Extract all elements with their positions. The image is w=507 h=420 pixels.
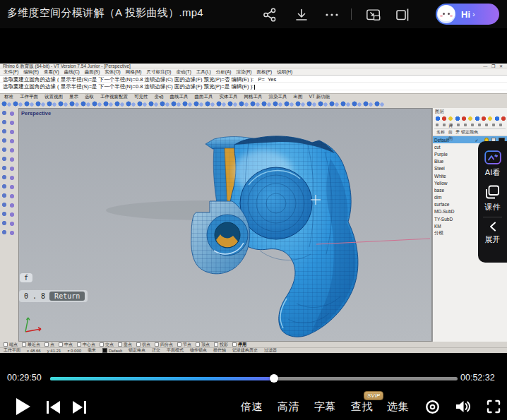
osnap-bar: 端点 最近点 点 中点 (0, 342, 507, 347)
rhino-toolbar-tab: 工作视窗配置 (100, 94, 128, 100)
episodes-button[interactable]: 选集 (387, 400, 409, 414)
expand-button[interactable]: 展开 (485, 235, 501, 244)
layer-name: Blue (434, 159, 470, 164)
rhino-titlebar: Rhino 6 教育版 (64-bit) - VT Version 7.54 J… (0, 64, 507, 69)
rhino-menu-item: 分析(A) (216, 69, 232, 75)
rhino-menu-item: 工具(L) (196, 69, 211, 75)
checkbox-icon (59, 342, 63, 347)
rhino-menubar: 文件(F)编辑(E)查看(V)曲线(C)曲面(S)实体(O)网格(M)尺寸标注(… (0, 69, 507, 75)
more-icon[interactable] (324, 7, 340, 23)
rhino-toolbar-tab: VT 新功能 (309, 94, 330, 100)
download-icon[interactable] (294, 7, 309, 23)
status-item: 操作轴 (213, 347, 226, 354)
layer-name: Purple (434, 152, 470, 157)
quality-button[interactable]: 高清 (278, 400, 299, 414)
rhino-menu-item: 网格(M) (126, 69, 142, 75)
play-button[interactable] (14, 397, 32, 416)
rhino-menu-item: 实体(O) (105, 69, 120, 75)
layer-name: Steel (434, 166, 470, 171)
ai-view-button[interactable]: AI看 (485, 168, 500, 176)
search-button[interactable]: 查找 (351, 400, 373, 414)
layers-panel-title: 图层 (433, 108, 507, 115)
checkbox-icon (4, 342, 8, 347)
rhino-menu-item: 查看(V) (44, 69, 59, 75)
rhino-toolbar-tab: 曲面工具 (195, 94, 213, 100)
layer-color-chip (102, 348, 107, 353)
rhino-toolbar-tab: 实体工具 (220, 94, 238, 100)
keycast-key: f (20, 273, 32, 282)
rhino-toolbar-tab: 变动 (155, 94, 164, 100)
rhino-menu-item: 面板(P) (257, 69, 273, 75)
layers-column-header: 颜色 (470, 129, 478, 136)
previous-button[interactable] (45, 400, 61, 415)
status-item: x 48.66 (27, 349, 41, 353)
settings-icon[interactable] (424, 399, 441, 415)
next-button[interactable] (71, 400, 88, 415)
keycast-sequence: 0 . 8 Return (19, 290, 88, 302)
status-item: 锁定格点 (129, 347, 145, 354)
courseware-icon[interactable] (485, 185, 500, 199)
layers-column-header: 名称 (434, 129, 447, 136)
status-item: 物件锁点 (190, 347, 207, 354)
total-time: 00:52:32 (460, 373, 495, 383)
keycast-digits: 0 . 8 (24, 292, 45, 300)
layer-name: surface (434, 202, 470, 207)
status-item: 过滤器 (264, 347, 277, 354)
share-icon[interactable] (262, 7, 278, 23)
ai-view-icon[interactable] (484, 150, 501, 164)
checkbox-icon (44, 342, 49, 347)
progress-handle[interactable] (270, 374, 278, 383)
rhino-menu-item: 渲染(R) (236, 69, 251, 75)
subtitles-button[interactable]: 字幕 (314, 400, 336, 414)
rhino-window-title: Rhino 6 教育版 (64-bit) - VT Version 7.54 J… (3, 64, 131, 69)
rhino-left-toolbar-icons (0, 109, 17, 239)
viewport-title: Perspective (21, 110, 51, 116)
status-item: 正交 (152, 347, 160, 354)
courseware-button[interactable]: 课件 (485, 203, 501, 211)
rhino-viewport: Perspective (18, 108, 432, 342)
rhino-menu-item: 变动(T) (177, 69, 191, 75)
checkbox-icon (177, 342, 181, 347)
checkbox-icon (196, 342, 200, 347)
checkbox-icon (214, 342, 218, 347)
rhino-menu-item: 文件(F) (4, 69, 18, 75)
progress-fill (50, 377, 274, 380)
chevron-left-icon[interactable] (489, 222, 496, 232)
checkbox-icon (100, 342, 104, 347)
rhino-command-area: 选取要建立圆角的边缘 ( 显示半径(S)=是 下一个半径(N)=0.8 连锁边缘… (0, 75, 507, 90)
layer-name: base (434, 188, 470, 193)
speed-button[interactable]: 倍速 (241, 400, 263, 414)
layer-name: cut (434, 145, 470, 150)
side-panel-divider (483, 217, 502, 217)
volume-icon[interactable] (454, 398, 472, 415)
layers-toolbar-icons (434, 115, 506, 122)
layer-name: 分模 (434, 230, 470, 236)
layers-column-headers: 名称目前的开锁定颜色 (433, 129, 507, 136)
rhino-menu-item: 曲面(S) (85, 69, 100, 75)
layer-name: Default (434, 138, 470, 143)
layer-name: White (434, 174, 470, 179)
status-item: 平面模式 (167, 347, 184, 354)
rhino-menu-item: 曲线(C) (64, 69, 80, 75)
rhino-menu-item: 尺寸标注(D) (147, 69, 172, 75)
rhino-toolbar-tab: 显示 (69, 94, 78, 100)
ai-side-panel: AI看 课件 展开 (478, 141, 507, 263)
rhino-toolbar-tab: 出图 (294, 94, 303, 100)
layer-name: dim (434, 195, 470, 200)
status-item: 记录建构历史 (232, 347, 258, 354)
picture-in-picture-icon[interactable] (366, 7, 381, 23)
progress-bar[interactable] (50, 377, 458, 380)
checkbox-icon (118, 342, 122, 347)
fullscreen-icon[interactable] (486, 399, 501, 414)
dock-right-icon[interactable] (395, 7, 410, 23)
video-title: 多维度空间分模讲解（A 投影曲线）.mp4 (7, 6, 203, 20)
layers-filter-icons (434, 122, 506, 129)
video-content[interactable]: Rhino 6 教育版 (64-bit) - VT Version 7.54 J… (0, 28, 507, 367)
osnap-item: 中点 (59, 342, 73, 348)
current-time: 00:29:50 (7, 373, 42, 383)
layer-name: KM (434, 224, 470, 229)
layer-name: Yellow (434, 181, 470, 186)
avatar (437, 5, 455, 23)
assistant-avatar-button[interactable]: Hi › (436, 4, 499, 25)
osnap-item: 交点 (100, 342, 114, 348)
